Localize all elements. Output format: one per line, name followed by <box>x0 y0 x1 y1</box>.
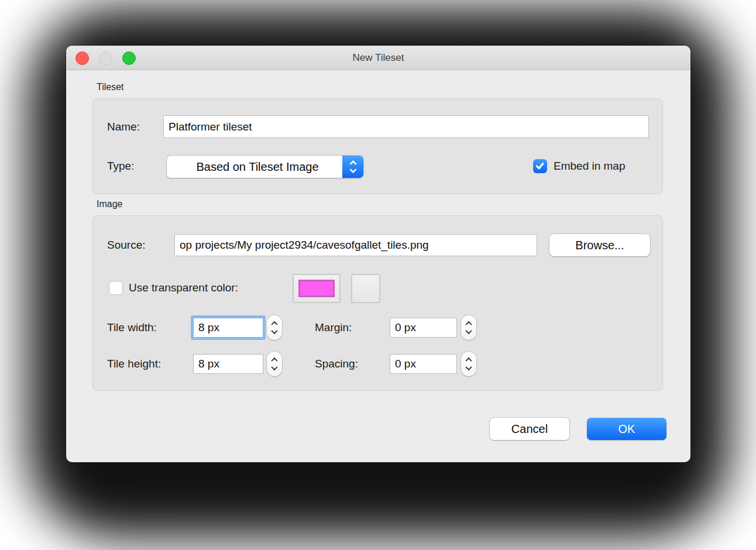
ok-button[interactable]: OK <box>587 418 666 440</box>
color-picker-button[interactable] <box>351 274 380 303</box>
stepper-up-icon <box>465 321 472 328</box>
image-groupbox: Source: Browse... Use transparent color:… <box>92 215 663 391</box>
use-transparent-color-checkbox[interactable] <box>109 281 123 295</box>
image-group-label: Image <box>97 199 122 209</box>
margin-stepper[interactable] <box>461 315 476 340</box>
tile-width-stepper[interactable] <box>267 315 282 340</box>
tileset-groupbox: Name: Type: Based on Tileset Image Embed… <box>92 98 663 194</box>
source-label: Source: <box>107 239 145 252</box>
transparent-color-swatch-button[interactable] <box>293 274 341 303</box>
stepper-down-icon <box>465 364 472 370</box>
tile-width-input[interactable] <box>193 318 263 338</box>
checkmark-icon <box>535 161 545 171</box>
tile-height-input[interactable] <box>193 354 263 374</box>
tile-height-stepper[interactable] <box>267 352 282 376</box>
title-bar[interactable]: New Tileset <box>66 46 690 70</box>
source-input[interactable] <box>174 234 537 256</box>
name-input[interactable] <box>163 115 649 138</box>
chevron-down-icon <box>349 166 357 174</box>
popup-arrows <box>342 156 363 178</box>
tile-height-label: Tile height: <box>107 358 161 370</box>
use-transparent-color-label: Use transparent color: <box>129 281 238 294</box>
name-label: Name: <box>107 121 140 133</box>
stepper-up-icon <box>465 358 472 364</box>
type-select[interactable]: Based on Tileset Image <box>167 156 363 178</box>
window-title: New Tileset <box>66 46 690 70</box>
type-selected-value: Based on Tileset Image <box>167 160 342 174</box>
margin-label: Margin: <box>315 321 352 334</box>
cancel-button[interactable]: Cancel <box>490 418 569 440</box>
stepper-up-icon <box>271 321 277 328</box>
screenshot-stage: New Tileset Tileset Name: Type: Based on… <box>0 0 756 550</box>
tile-width-label: Tile width: <box>107 321 157 334</box>
browse-button[interactable]: Browse... <box>549 234 650 256</box>
embed-in-map-label: Embed in map <box>554 160 626 173</box>
stepper-down-icon <box>271 328 277 334</box>
stepper-up-icon <box>271 358 277 364</box>
stepper-down-icon <box>465 328 472 334</box>
new-tileset-dialog: New Tileset Tileset Name: Type: Based on… <box>66 46 690 462</box>
tileset-group-label: Tileset <box>97 82 124 92</box>
embed-in-map-checkbox[interactable] <box>533 159 547 173</box>
spacing-input[interactable] <box>390 354 457 374</box>
type-label: Type: <box>107 160 134 173</box>
spacing-label: Spacing: <box>315 358 358 370</box>
stepper-down-icon <box>271 364 277 370</box>
color-swatch <box>298 280 335 297</box>
margin-input[interactable] <box>390 318 457 338</box>
spacing-stepper[interactable] <box>461 352 476 376</box>
